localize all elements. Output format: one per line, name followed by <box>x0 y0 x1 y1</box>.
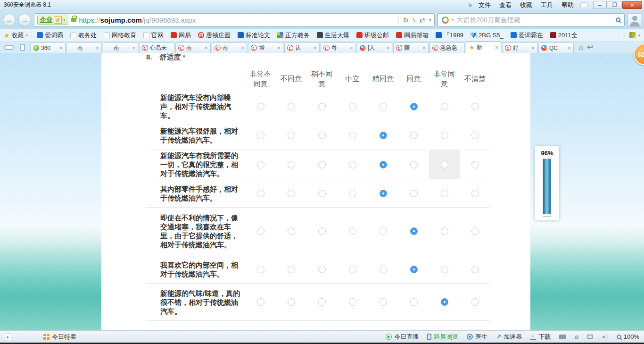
radio-cell[interactable] <box>429 121 460 150</box>
radio-cell[interactable] <box>306 92 337 121</box>
radio-unselected[interactable] <box>318 266 326 273</box>
radio-cell[interactable] <box>337 179 368 207</box>
radio-cell[interactable] <box>398 255 429 283</box>
radio-cell[interactable] <box>245 92 276 121</box>
tab-3[interactable]: E心岛未 <box>139 42 174 53</box>
radio-unselected[interactable] <box>257 227 264 235</box>
radio-cell[interactable] <box>245 179 276 207</box>
search-engine-icon[interactable] <box>442 17 449 24</box>
status-item-加速器[interactable]: 加速器 <box>496 333 522 341</box>
radio-unselected[interactable] <box>318 132 326 139</box>
radio-unselected[interactable] <box>380 298 387 306</box>
tab-0[interactable]: +360× <box>30 42 66 53</box>
tab-14[interactable]: QC× <box>538 42 574 53</box>
radio-unselected[interactable] <box>288 298 295 306</box>
bookmark-item[interactable]: 网络教育 <box>104 31 136 40</box>
radio-cell[interactable] <box>276 121 306 150</box>
radio-cell[interactable] <box>276 92 306 121</box>
bookmark-item[interactable]: 2011全 <box>550 31 578 40</box>
status-item-今日直播[interactable]: 今日直播 <box>386 333 419 341</box>
tab-close-icon[interactable]: × <box>350 45 353 51</box>
bookmark-item[interactable]: 标准论文 <box>238 31 270 40</box>
tab-1[interactable]: 南× <box>66 42 102 53</box>
bookmark-item[interactable]: 2BG S5_ <box>471 32 504 39</box>
radio-cell[interactable] <box>368 179 398 207</box>
tab-11[interactable]: E急急急 <box>429 42 465 53</box>
radio-cell[interactable] <box>398 284 429 320</box>
close-button[interactable]: × <box>622 1 642 9</box>
back-button[interactable]: ← <box>3 14 16 26</box>
radio-cell[interactable] <box>337 121 368 150</box>
mobile-icon[interactable] <box>17 42 29 52</box>
tab-close-icon[interactable]: × <box>314 45 317 51</box>
radio-unselected[interactable] <box>349 266 356 273</box>
radio-cell[interactable] <box>306 179 337 207</box>
user-avatar[interactable] <box>627 13 641 27</box>
bookmark-item[interactable]: 生活大爆 <box>317 31 349 40</box>
tab-13[interactable]: E好× <box>502 42 537 53</box>
tab-close-icon[interactable]: × <box>495 44 498 51</box>
radio-cell[interactable] <box>276 150 306 179</box>
home-icon[interactable]: ⌂ <box>579 43 583 50</box>
radio-selected[interactable] <box>380 161 387 168</box>
radio-unselected[interactable] <box>318 227 326 235</box>
radio-selected[interactable] <box>380 132 387 139</box>
status-item-ie[interactable] <box>575 333 578 341</box>
radio-unselected[interactable] <box>441 161 448 168</box>
tab-close-icon[interactable]: × <box>132 45 135 51</box>
radio-cell[interactable] <box>245 255 276 283</box>
status-item-windows[interactable] <box>587 335 593 339</box>
radio-unselected[interactable] <box>410 190 418 197</box>
tab-close-icon[interactable]: × <box>205 45 208 51</box>
radio-unselected[interactable] <box>288 132 295 139</box>
radio-cell[interactable] <box>398 179 429 207</box>
cloud-sync-icon[interactable] <box>3 42 15 52</box>
radio-cell[interactable] <box>368 150 398 179</box>
address-bar[interactable]: 企业 证 ▾ https :// sojump.com /jq/9096693.… <box>34 13 435 26</box>
radio-unselected[interactable] <box>410 132 418 139</box>
tab-8[interactable]: E每× <box>321 42 356 53</box>
radio-unselected[interactable] <box>441 266 448 273</box>
search-engine-dropdown-icon[interactable]: ▾ <box>452 17 454 22</box>
radio-cell[interactable] <box>429 255 460 283</box>
search-box[interactable]: ▾ <box>438 13 625 26</box>
tab-close-icon[interactable]: × <box>277 45 281 51</box>
radio-unselected[interactable] <box>471 266 479 273</box>
status-item-speaker[interactable] <box>601 334 608 339</box>
sidebar-toggle-icon[interactable]: ▸ <box>5 334 11 340</box>
radio-cell[interactable] <box>306 150 337 179</box>
status-item-100%[interactable]: 100% <box>617 333 639 340</box>
radio-unselected[interactable] <box>441 190 448 197</box>
radio-cell[interactable] <box>245 121 276 150</box>
radio-selected[interactable] <box>410 103 418 110</box>
menu-overflow-chevron[interactable]: » <box>469 1 472 8</box>
radio-cell[interactable] <box>245 150 276 179</box>
tab-2[interactable]: 南× <box>103 42 138 53</box>
radio-unselected[interactable] <box>380 103 387 110</box>
radio-cell[interactable] <box>398 121 429 150</box>
radio-unselected[interactable] <box>349 132 356 139</box>
radio-unselected[interactable] <box>318 190 326 197</box>
menu-item-1[interactable]: 查看 <box>499 1 512 9</box>
switch-engine-icon[interactable]: ⇄ <box>420 16 425 24</box>
radio-unselected[interactable] <box>257 190 264 197</box>
forward-button[interactable]: → <box>18 14 31 26</box>
radio-unselected[interactable] <box>257 161 264 168</box>
radio-cell[interactable] <box>276 284 306 320</box>
bookmark-item[interactable]: 网易 <box>171 31 191 40</box>
radio-unselected[interactable] <box>288 190 295 197</box>
bookmark-item[interactable]: 班级公邮 <box>356 31 389 40</box>
status-item-跨屏浏览[interactable]: 跨屏浏览 <box>427 333 458 341</box>
radio-unselected[interactable] <box>288 161 295 168</box>
tab-6[interactable]: E增× <box>248 42 283 53</box>
radio-cell[interactable] <box>337 150 368 179</box>
radio-unselected[interactable] <box>471 190 479 197</box>
radio-unselected[interactable] <box>257 266 264 273</box>
bookmark-item[interactable]: 爱词霸 <box>37 31 63 40</box>
radio-cell[interactable] <box>306 121 337 150</box>
daily-deals-button[interactable]: 今日特卖 <box>43 333 76 341</box>
radio-unselected[interactable] <box>471 227 479 235</box>
radio-cell[interactable] <box>337 255 368 283</box>
tab-7[interactable]: E认× <box>284 42 320 53</box>
radio-unselected[interactable] <box>471 161 479 168</box>
